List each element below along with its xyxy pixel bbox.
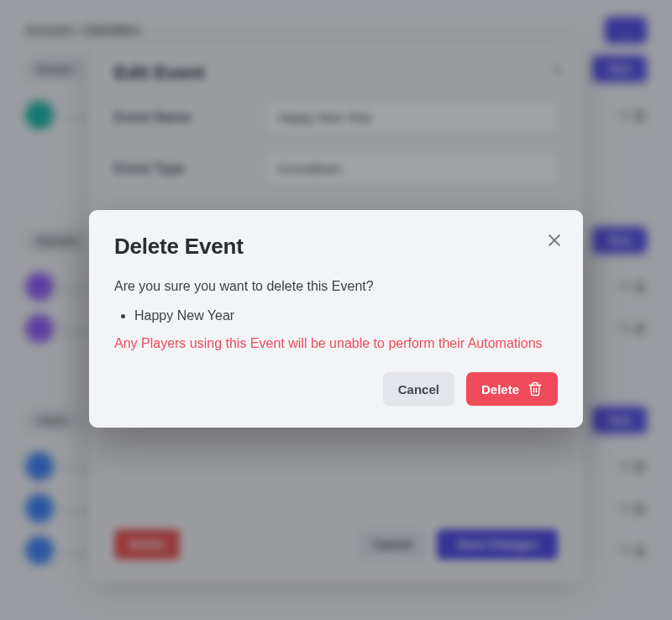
confirm-text: Are you sure you want to delete this Eve… [114,276,558,297]
trash-icon [528,381,543,397]
cancel-button[interactable]: Cancel [383,372,454,406]
delete-button[interactable]: Delete [466,372,558,406]
close-button[interactable] [546,232,563,249]
warning-text: Any Players using this Event will be una… [114,334,558,355]
close-icon [546,232,563,249]
dialog-title: Delete Event [114,234,558,260]
delete-event-dialog: Delete Event Are you sure you want to de… [89,210,583,428]
delete-button-label: Delete [481,382,519,397]
event-list: Happy New Year [134,306,558,327]
cancel-button-label: Cancel [398,382,439,397]
list-item: Happy New Year [134,306,558,327]
